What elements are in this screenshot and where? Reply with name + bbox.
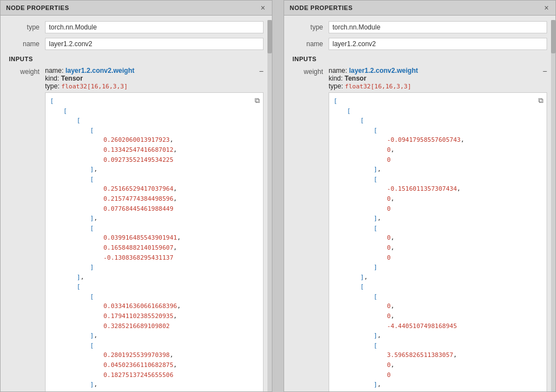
tensor-line: ] [50, 262, 259, 272]
tensor-line: ], [334, 331, 542, 341]
tensor-line: [ [334, 116, 542, 126]
tensor-line: [ [50, 126, 259, 136]
weight-type-val: float32[16,16,3,3] [61, 83, 127, 90]
panel-header: NODE PROPERTIES× [284, 1, 555, 16]
weight-kind-val: Tensor [345, 75, 366, 82]
name-value[interactable]: layer1.2.conv2 [329, 38, 547, 50]
type-value[interactable]: torch.nn.Module [45, 21, 264, 33]
weight-minus-button[interactable]: − [259, 67, 264, 76]
tensor-line: ], [50, 380, 259, 390]
tensor-line: 0, [334, 233, 542, 243]
panel-title: NODE PROPERTIES [6, 4, 69, 11]
name-label: name [292, 40, 323, 48]
tensor-line: ], [50, 272, 259, 282]
weight-label: weight [292, 67, 323, 76]
tensor-line: [ [334, 106, 542, 116]
type-label: type [9, 23, 39, 31]
inputs-section-title: INPUTS [9, 56, 264, 62]
tensor-line: 0.09273552149534225 [50, 155, 259, 165]
tensor-line: ], [334, 272, 542, 282]
name-label: name [9, 40, 39, 48]
inputs-section-title: INPUTS [292, 56, 547, 62]
weight-type-line: type: float32[16,16,3,3] [45, 82, 257, 90]
tensor-line: 0.033416360661668396, [50, 301, 259, 311]
tensor-line: -0.1308368295431137 [50, 253, 259, 263]
type-label: type [292, 23, 323, 31]
tensor-line: ], [50, 165, 259, 175]
tensor-line: 0.07768445461988449 [50, 204, 259, 214]
tensor-block: ⧉[[[[0.2602060013917923,0.13342547416687… [45, 92, 264, 391]
weight-minus-button[interactable]: − [543, 67, 547, 76]
name-field-row: namelayer1.2.conv2 [9, 38, 264, 50]
tensor-line: ], [334, 380, 542, 390]
scrollbar-thumb[interactable] [267, 20, 272, 53]
tensor-line: ] [334, 262, 542, 272]
tensor-line: 0, [334, 311, 542, 321]
weight-details: name: layer1.2.conv2.weightkind: Tensort… [329, 67, 540, 90]
tensor-line: 0.13342547416687012, [50, 145, 259, 155]
weight-name-line: name: layer1.2.conv2.weight [329, 67, 540, 75]
tensor-line: [ [50, 292, 259, 302]
close-button[interactable]: × [543, 4, 550, 12]
weight-type-val: float32[16,16,3,3] [345, 83, 411, 90]
weight-name-line: name: layer1.2.conv2.weight [45, 67, 257, 75]
weight-kind-val: Tensor [61, 75, 83, 82]
tensor-line: [ [50, 96, 259, 106]
tensor-line: 0, [334, 243, 542, 253]
weight-kind-line: kind: Tensor [45, 75, 257, 82]
copy-icon[interactable]: ⧉ [538, 95, 543, 107]
tensor-line: [ [334, 175, 542, 185]
tensor-line: 0.2602060013917923, [50, 135, 259, 145]
tensor-line: 0.17941102385520935, [50, 311, 259, 321]
panel-left: NODE PROPERTIES×typetorch.nn.Modulenamel… [0, 0, 272, 392]
tensor-line: [ [334, 341, 542, 351]
tensor-line: 0.039916485543901941, [50, 233, 259, 243]
weight-kind-line: kind: Tensor [329, 75, 540, 82]
weight-name-val: layer1.2.conv2.weight [349, 67, 418, 75]
tensor-line: 0.04502366110682875, [50, 360, 259, 370]
tensor-line: 0, [334, 360, 542, 370]
name-field-row: namelayer1.2.conv2 [292, 38, 547, 50]
tensor-line: [ [50, 116, 259, 126]
scrollbar-track[interactable] [551, 20, 555, 391]
tensor-line: ], [50, 214, 259, 224]
tensor-line: 0.25166529417037964, [50, 184, 259, 194]
tensor-line: [ [50, 390, 259, 391]
tensor-line: -0.09417958557605743, [334, 135, 542, 145]
weight-name-val: layer1.2.conv2.weight [66, 67, 135, 75]
tensor-line: ], [50, 331, 259, 341]
weight-label: weight [9, 67, 39, 76]
panel-body: typetorch.nn.Modulenamelayer1.2.conv2INP… [1, 16, 272, 391]
tensor-line: 0, [334, 301, 542, 311]
tensor-line: [ [334, 390, 542, 391]
tensor-line: 0.3285216689109802 [50, 321, 259, 331]
type-field-row: typetorch.nn.Module [292, 21, 547, 33]
weight-type-line: type: float32[16,16,3,3] [329, 82, 540, 90]
tensor-line: 0.21574774384498596, [50, 194, 259, 204]
scrollbar-track[interactable] [267, 20, 272, 391]
tensor-line: 0.2801925539970398, [50, 350, 259, 360]
tensor-line: [ [334, 126, 542, 136]
panel-title: NODE PROPERTIES [290, 4, 353, 11]
panel-body: typetorch.nn.Modulenamelayer1.2.conv2INP… [284, 16, 555, 391]
type-field-row: typetorch.nn.Module [9, 21, 264, 33]
tensor-line: 0, [334, 194, 542, 204]
panel-right: NODE PROPERTIES×typetorch.nn.Modulenamel… [284, 0, 556, 392]
tensor-line: [ [334, 282, 542, 292]
close-button[interactable]: × [260, 4, 266, 12]
tensor-line: [ [334, 224, 542, 234]
tensor-line: 0.16584882140159607, [50, 243, 259, 253]
scrollbar-thumb[interactable] [551, 20, 555, 53]
tensor-line: [ [50, 224, 259, 234]
tensor-line: 0, [334, 145, 542, 155]
weight-input-block: weightname: layer1.2.conv2.weightkind: T… [292, 67, 547, 391]
tensor-line: [ [50, 175, 259, 185]
tensor-line: ], [334, 214, 542, 224]
panel-header: NODE PROPERTIES× [1, 1, 272, 16]
tensor-line: 0 [334, 155, 542, 165]
name-value[interactable]: layer1.2.conv2 [45, 38, 264, 50]
weight-input-block: weightname: layer1.2.conv2.weightkind: T… [9, 67, 264, 391]
tensor-line: 0 [334, 253, 542, 263]
copy-icon[interactable]: ⧉ [255, 95, 260, 107]
type-value[interactable]: torch.nn.Module [329, 21, 547, 33]
